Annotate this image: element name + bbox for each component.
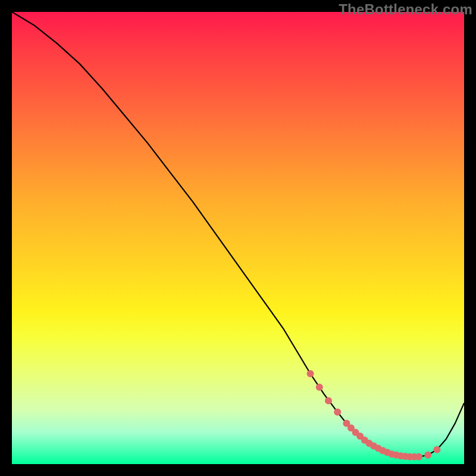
chart-frame: TheBottleneck.com <box>0 0 476 476</box>
marker-point <box>424 452 431 459</box>
highlighted-markers <box>307 370 441 461</box>
marker-point <box>433 446 440 453</box>
chart-svg <box>12 12 464 464</box>
marker-point <box>334 409 341 416</box>
marker-point <box>415 453 422 461</box>
bottleneck-curve <box>12 12 464 457</box>
marker-point <box>316 384 323 391</box>
watermark-text: TheBottleneck.com <box>339 1 472 18</box>
marker-point <box>325 397 332 405</box>
marker-point <box>307 370 314 377</box>
